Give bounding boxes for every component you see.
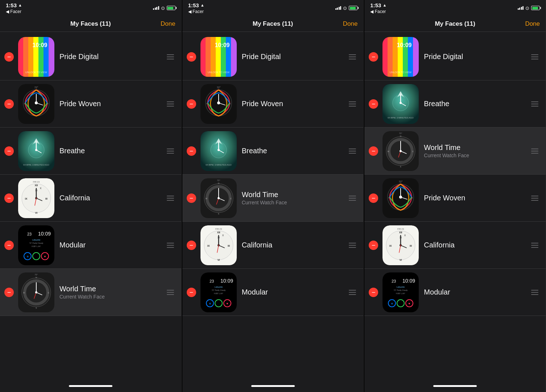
- face-info: World TimeCurrent Watch Face: [424, 143, 528, 158]
- back-button[interactable]: ◀ Facer: [370, 9, 386, 14]
- delete-button[interactable]: [187, 52, 196, 62]
- watch-face-thumbnail[interactable]: 23 10:09 Lafayette 72° Partly Cloudy H:8…: [382, 272, 419, 312]
- watch-face-thumbnail[interactable]: N E S W 72°: [200, 178, 237, 218]
- drag-handle[interactable]: [528, 99, 541, 109]
- svg-text:N: N: [36, 276, 37, 279]
- face-list-item: 64 BPM, 3 MINUTES AGO Breathe: [364, 80, 546, 128]
- watch-face-thumbnail[interactable]: XII III VI IX XI X FRI 23: [18, 178, 54, 218]
- svg-text:72° Partly Cloudy: 72° Partly Cloudy: [29, 242, 44, 244]
- svg-text:10:09: 10:09: [220, 278, 233, 284]
- back-button[interactable]: ◀ Facer: [188, 9, 204, 14]
- drag-handle[interactable]: [346, 240, 359, 251]
- svg-text:23: 23: [392, 279, 396, 283]
- watch-face-thumbnail[interactable]: 72° 6 6: [200, 84, 237, 124]
- watch-face-thumbnail[interactable]: N E S W 72°: [18, 272, 54, 312]
- back-button[interactable]: ◀ Facer: [6, 9, 22, 14]
- drag-handle[interactable]: [346, 287, 359, 298]
- home-indicator: [364, 380, 546, 392]
- face-list-item: 64 BPM, 3 MINUTES AGO Breathe: [182, 128, 364, 175]
- drag-handle[interactable]: [164, 146, 177, 157]
- face-info: Breathe: [59, 147, 164, 155]
- delete-button[interactable]: [369, 99, 378, 109]
- drag-handle[interactable]: [346, 193, 359, 204]
- drag-handle[interactable]: [164, 51, 177, 62]
- face-list-item: 23 10:09 Lafayette 72° Partly Cloudy H:8…: [182, 269, 364, 316]
- delete-button[interactable]: [369, 52, 378, 62]
- face-list-item: N E S W 72° World TimeCurrent Watch Face: [182, 175, 364, 222]
- drag-handle[interactable]: [528, 193, 541, 204]
- delete-button[interactable]: [187, 288, 196, 297]
- delete-button[interactable]: [187, 193, 196, 203]
- drag-handle[interactable]: [346, 99, 359, 109]
- delete-button[interactable]: [369, 288, 378, 297]
- delete-button[interactable]: [369, 241, 378, 250]
- delete-button[interactable]: [4, 193, 14, 203]
- watch-face-thumbnail[interactable]: 64 BPM, 3 MINUTES AGO: [200, 131, 237, 171]
- watch-face-thumbnail[interactable]: 10:09 UNLOCK TO VIEW: [200, 37, 237, 77]
- delete-button[interactable]: [369, 146, 378, 156]
- drag-handle[interactable]: [528, 146, 541, 157]
- done-button[interactable]: Done: [161, 20, 175, 28]
- delete-button[interactable]: [187, 241, 196, 250]
- drag-handle[interactable]: [164, 193, 177, 204]
- svg-text:H:88° L:64°: H:88° L:64°: [214, 292, 223, 295]
- face-name: Pride Woven: [59, 100, 164, 108]
- watch-face-thumbnail[interactable]: 72° 6 6: [18, 84, 54, 124]
- delete-button[interactable]: [4, 52, 14, 62]
- watch-face-thumbnail[interactable]: 23 10:09 Lafayette 72° Partly Cloudy H:8…: [18, 225, 54, 265]
- delete-button[interactable]: [187, 146, 196, 156]
- drag-handle[interactable]: [528, 51, 541, 62]
- delete-button[interactable]: [4, 99, 14, 109]
- delete-button[interactable]: [4, 241, 14, 250]
- delete-button[interactable]: [4, 288, 14, 297]
- face-info: World TimeCurrent Watch Face: [242, 191, 346, 205]
- status-left: 1:53 ▲ ◀ Facer: [370, 2, 386, 14]
- svg-text:N: N: [400, 135, 402, 137]
- nav-bar: My Faces (11) Done: [182, 16, 364, 32]
- svg-text:10:09: 10:09: [215, 42, 229, 48]
- svg-rect-131: [382, 37, 388, 77]
- face-info: California: [59, 194, 164, 202]
- drag-handle[interactable]: [346, 146, 359, 157]
- watch-face-thumbnail[interactable]: 64 BPM, 3 MINUTES AGO: [382, 84, 419, 124]
- nav-title: My Faces (11): [70, 20, 111, 28]
- drag-handle[interactable]: [164, 287, 177, 298]
- watch-face-thumbnail[interactable]: 72° 6 6: [382, 178, 419, 218]
- delete-button[interactable]: [4, 146, 14, 156]
- svg-text:XII: XII: [399, 231, 402, 234]
- watch-face-thumbnail[interactable]: XII III VI IX XI X FRI 23: [382, 225, 419, 265]
- svg-text:IX: IX: [207, 245, 210, 247]
- face-list-item: 10:09 UNLOCK TO VIEW Pride Digital: [182, 33, 364, 80]
- watch-face-thumbnail[interactable]: XII III VI IX XI X FRI 23: [200, 225, 237, 265]
- svg-rect-7: [49, 37, 54, 77]
- drag-handle[interactable]: [528, 287, 541, 298]
- face-subtitle: Current Watch Face: [424, 153, 528, 158]
- svg-text:23: 23: [27, 232, 32, 236]
- drag-handle[interactable]: [346, 51, 359, 62]
- face-name: Pride Woven: [242, 100, 346, 108]
- delete-button[interactable]: [369, 193, 378, 203]
- delete-button[interactable]: [187, 99, 196, 109]
- drag-handle[interactable]: [164, 240, 177, 251]
- svg-text:IX: IX: [25, 197, 28, 200]
- drag-handle[interactable]: [528, 240, 541, 251]
- svg-text:W: W: [23, 292, 25, 294]
- watch-face-thumbnail[interactable]: 10:09 UNLOCK TO VIEW: [382, 37, 419, 77]
- done-button[interactable]: Done: [525, 20, 540, 28]
- phone-panel: 1:53 ▲ ◀ Facer ⊙ My Faces (11) Done: [182, 0, 364, 392]
- svg-text:FRI 23: FRI 23: [397, 228, 404, 230]
- svg-text:10:09: 10:09: [38, 231, 51, 237]
- watch-face-thumbnail[interactable]: 10:09 UNLOCK TO VIEW: [18, 37, 54, 77]
- status-time: 1:53: [6, 2, 17, 8]
- watch-face-thumbnail[interactable]: N E S W 72°: [382, 131, 419, 171]
- done-button[interactable]: Done: [343, 20, 358, 28]
- svg-rect-72: [231, 37, 237, 77]
- svg-point-160: [400, 150, 402, 152]
- face-name: California: [424, 241, 528, 249]
- watch-face-thumbnail[interactable]: 23 10:09 Lafayette 72° Partly Cloudy H:8…: [200, 272, 237, 312]
- svg-text:X: X: [222, 234, 224, 237]
- watch-face-thumbnail[interactable]: 64 BPM, 3 MINUTES AGO: [18, 131, 54, 171]
- svg-text:72°: 72°: [399, 132, 403, 134]
- face-list-item: 10:09 UNLOCK TO VIEW Pride Digital: [0, 33, 181, 80]
- drag-handle[interactable]: [164, 99, 177, 109]
